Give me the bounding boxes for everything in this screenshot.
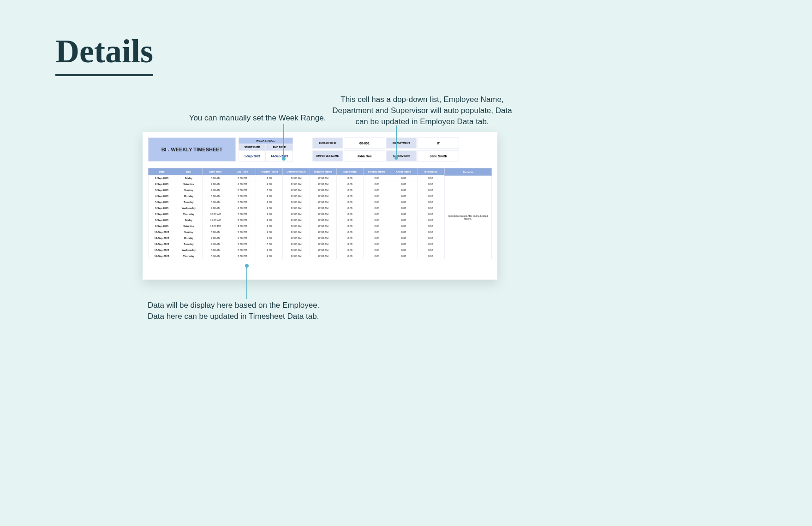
cell-reg[interactable]: 9.00	[256, 235, 283, 241]
cell-tot[interactable]: 0.00	[417, 223, 444, 229]
cell-oth[interactable]: 0.00	[390, 211, 417, 217]
cell-date[interactable]: 5-Sep-2023	[149, 199, 175, 205]
cell-end[interactable]: 5:30 PM	[229, 187, 256, 193]
cell-day[interactable]: Saturday	[175, 223, 202, 229]
cell-sick[interactable]: 0.00	[336, 181, 363, 187]
cell-day[interactable]: Tuesday	[175, 199, 202, 205]
cell-tot[interactable]: 0.00	[417, 229, 444, 235]
cell-start[interactable]: 8:00 AM	[202, 193, 229, 199]
cell-sick[interactable]: 0.00	[336, 247, 363, 253]
cell-sick[interactable]: 0.00	[336, 187, 363, 193]
table-row[interactable]: 14-Sep-2023Thursday8:30 AM5:30 PM9.0012:…	[149, 253, 444, 259]
cell-day[interactable]: Wednesday	[175, 247, 202, 253]
cell-vac[interactable]: 12:00 AM	[310, 253, 336, 259]
cell-vac[interactable]: 12:00 AM	[310, 241, 336, 247]
cell-date[interactable]: 14-Sep-2023	[149, 253, 175, 259]
table-row[interactable]: 6-Sep-2023Wednesday9:00 AM6:00 PM9.0012:…	[149, 205, 444, 211]
table-row[interactable]: 9-Sep-2023Saturday12:00 PM9:00 PM9.0012:…	[149, 223, 444, 229]
cell-hol[interactable]: 0.00	[364, 205, 390, 211]
cell-start[interactable]: 10:00 AM	[202, 211, 229, 217]
cell-tot[interactable]: 0.00	[417, 253, 444, 259]
cell-sick[interactable]: 0.00	[336, 211, 363, 217]
cell-start[interactable]: 9:00 AM	[202, 181, 229, 187]
start-date-input[interactable]: 1-Sep-2023	[239, 150, 266, 161]
cell-day[interactable]: Saturday	[175, 181, 202, 187]
cell-vac[interactable]: 12:00 AM	[310, 223, 336, 229]
cell-start[interactable]: 11:00 AM	[202, 217, 229, 223]
cell-reg[interactable]: 9.00	[256, 193, 283, 199]
cell-hol[interactable]: 0.00	[364, 241, 390, 247]
cell-date[interactable]: 6-Sep-2023	[149, 205, 175, 211]
cell-hol[interactable]: 0.00	[364, 223, 390, 229]
cell-hol[interactable]: 0.00	[364, 175, 390, 181]
cell-day[interactable]: Tuesday	[175, 241, 202, 247]
cell-tot[interactable]: 0.00	[417, 235, 444, 241]
cell-hol[interactable]: 0.00	[364, 217, 390, 223]
employee-id-dropdown[interactable]: 00-001	[344, 137, 385, 149]
cell-end[interactable]: 5:30 PM	[229, 241, 256, 247]
cell-end[interactable]: 8:00 PM	[229, 217, 256, 223]
cell-vac[interactable]: 12:00 AM	[310, 247, 336, 253]
cell-hol[interactable]: 0.00	[364, 187, 390, 193]
cell-vac[interactable]: 12:00 AM	[310, 217, 336, 223]
cell-ot[interactable]: 12:00 AM	[283, 199, 310, 205]
cell-date[interactable]: 2-Sep-2023	[149, 181, 175, 187]
table-row[interactable]: 10-Sep-2023Sunday8:00 AM5:00 PM9.0012:00…	[149, 229, 444, 235]
cell-reg[interactable]: 9.00	[256, 181, 283, 187]
cell-reg[interactable]: 9.00	[256, 175, 283, 181]
cell-oth[interactable]: 0.00	[390, 217, 417, 223]
cell-vac[interactable]: 12:00 AM	[310, 205, 336, 211]
cell-start[interactable]: 12:00 PM	[202, 223, 229, 229]
cell-hol[interactable]: 0.00	[364, 193, 390, 199]
cell-day[interactable]: Friday	[175, 217, 202, 223]
cell-date[interactable]: 8-Sep-2023	[149, 217, 175, 223]
cell-oth[interactable]: 0.00	[390, 241, 417, 247]
cell-ot[interactable]: 12:00 AM	[283, 241, 310, 247]
cell-end[interactable]: 5:30 PM	[229, 253, 256, 259]
cell-end[interactable]: 9:00 PM	[229, 223, 256, 229]
cell-hol[interactable]: 0.00	[364, 235, 390, 241]
cell-day[interactable]: Sunday	[175, 187, 202, 193]
cell-tot[interactable]: 0.00	[417, 211, 444, 217]
cell-oth[interactable]: 0.00	[390, 235, 417, 241]
table-row[interactable]: 1-Sep-2023Friday8:00 AM5:00 PM9.0012:00 …	[149, 175, 444, 181]
cell-day[interactable]: Monday	[175, 193, 202, 199]
cell-reg[interactable]: 9.00	[256, 217, 283, 223]
cell-oth[interactable]: 0.00	[390, 187, 417, 193]
cell-ot[interactable]: 12:00 AM	[283, 175, 310, 181]
table-row[interactable]: 2-Sep-2023Saturday9:00 AM6:00 PM9.0012:0…	[149, 181, 444, 187]
table-row[interactable]: 13-Sep-2023Wednesday8:00 AM5:00 PM9.0012…	[149, 247, 444, 253]
table-row[interactable]: 4-Sep-2023Monday8:00 AM5:00 PM9.0012:00 …	[149, 193, 444, 199]
cell-sick[interactable]: 0.00	[336, 235, 363, 241]
cell-sick[interactable]: 0.00	[336, 217, 363, 223]
cell-reg[interactable]: 9.00	[256, 223, 283, 229]
cell-reg[interactable]: 8.00	[256, 241, 283, 247]
cell-reg[interactable]: 9.00	[256, 229, 283, 235]
cell-day[interactable]: Thursday	[175, 211, 202, 217]
cell-oth[interactable]: 0.00	[390, 193, 417, 199]
cell-sick[interactable]: 0.00	[336, 193, 363, 199]
cell-oth[interactable]: 0.00	[390, 175, 417, 181]
table-row[interactable]: 5-Sep-2023Tuesday8:30 AM5:30 PM9.0012:00…	[149, 199, 444, 205]
cell-ot[interactable]: 12:00 AM	[283, 223, 310, 229]
cell-oth[interactable]: 0.00	[390, 199, 417, 205]
cell-start[interactable]: 9:00 AM	[202, 235, 229, 241]
cell-end[interactable]: 7:00 PM	[229, 211, 256, 217]
cell-date[interactable]: 11-Sep-2023	[149, 235, 175, 241]
cell-ot[interactable]: 12:00 AM	[283, 187, 310, 193]
cell-day[interactable]: Wednesday	[175, 205, 202, 211]
cell-tot[interactable]: 0.00	[417, 193, 444, 199]
cell-day[interactable]: Friday	[175, 175, 202, 181]
cell-oth[interactable]: 0.00	[390, 181, 417, 187]
cell-reg[interactable]: 9.00	[256, 253, 283, 259]
cell-hol[interactable]: 0.00	[364, 247, 390, 253]
cell-day[interactable]: Monday	[175, 235, 202, 241]
cell-tot[interactable]: 0.00	[417, 175, 444, 181]
cell-oth[interactable]: 0.00	[390, 253, 417, 259]
table-row[interactable]: 8-Sep-2023Friday11:00 AM8:00 PM9.0012:00…	[149, 217, 444, 223]
cell-end[interactable]: 6:00 PM	[229, 181, 256, 187]
table-row[interactable]: 3-Sep-2023Sunday9:30 AM5:30 PM8.0012:00 …	[149, 187, 444, 193]
end-date-input[interactable]: 14-Sep-2023	[266, 150, 293, 161]
cell-ot[interactable]: 12:00 AM	[283, 181, 310, 187]
cell-ot[interactable]: 12:00 AM	[283, 217, 310, 223]
